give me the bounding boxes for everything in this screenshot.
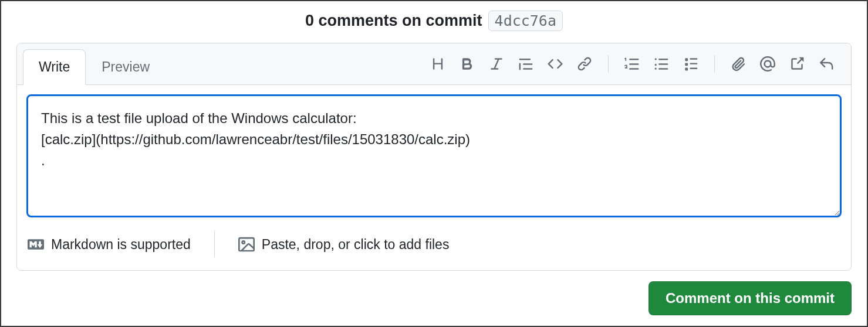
markdown-help-text: Markdown is supported	[51, 237, 191, 253]
comments-count-text: 0 comments on commit	[305, 12, 482, 30]
toolbar-separator	[714, 55, 715, 73]
heading-icon	[430, 56, 445, 71]
comment-textarea[interactable]	[26, 94, 842, 217]
quote-button[interactable]	[512, 50, 540, 78]
tab-preview[interactable]: Preview	[86, 49, 166, 84]
editor-footer: Markdown is supported Paste, drop, or cl…	[17, 220, 851, 270]
link-button[interactable]	[570, 50, 599, 78]
attach-files-text: Paste, drop, or click to add files	[262, 237, 450, 253]
reply-icon	[819, 56, 834, 71]
image-icon	[238, 236, 255, 253]
unordered-list-icon	[654, 56, 669, 71]
quote-icon	[518, 56, 533, 71]
mention-icon	[760, 56, 775, 71]
reference-icon	[789, 56, 805, 71]
tab-preview-label: Preview	[102, 59, 150, 74]
comment-submit-button[interactable]: Comment on this commit	[649, 281, 852, 315]
unordered-list-button[interactable]	[647, 50, 676, 78]
code-icon	[548, 56, 563, 71]
mention-button[interactable]	[754, 50, 782, 78]
tab-write[interactable]: Write	[23, 49, 86, 85]
commit-hash-badge[interactable]: 4dcc76a	[488, 11, 563, 31]
markdown-icon	[28, 236, 44, 253]
attach-icon	[731, 56, 746, 71]
bold-icon	[460, 56, 475, 71]
link-icon	[577, 56, 592, 71]
markdown-help-link[interactable]: Markdown is supported	[28, 236, 191, 253]
task-list-icon	[683, 56, 698, 71]
ordered-list-icon	[624, 56, 640, 71]
bold-button[interactable]	[453, 50, 481, 78]
reply-button[interactable]	[812, 50, 840, 78]
code-button[interactable]	[541, 50, 569, 78]
tab-write-label: Write	[39, 59, 70, 74]
ordered-list-button[interactable]	[618, 50, 646, 78]
toolbar-separator	[608, 55, 609, 73]
italic-button[interactable]	[482, 50, 511, 78]
tab-row: Write Preview	[17, 43, 851, 85]
submit-button-label: Comment on this commit	[666, 290, 835, 306]
markdown-toolbar	[424, 50, 851, 78]
comment-form: Write Preview	[16, 43, 852, 271]
tabs: Write Preview	[17, 43, 166, 84]
attach-button[interactable]	[724, 50, 752, 78]
footer-separator	[214, 231, 215, 257]
editor-container	[17, 85, 851, 220]
action-row: Comment on this commit	[1, 271, 867, 315]
heading-button[interactable]	[424, 50, 452, 78]
italic-icon	[489, 56, 504, 71]
attach-files-link[interactable]: Paste, drop, or click to add files	[238, 236, 450, 253]
page-title: 0 comments on commit 4dcc76a	[1, 1, 867, 36]
task-list-button[interactable]	[677, 50, 705, 78]
reference-button[interactable]	[783, 50, 811, 78]
